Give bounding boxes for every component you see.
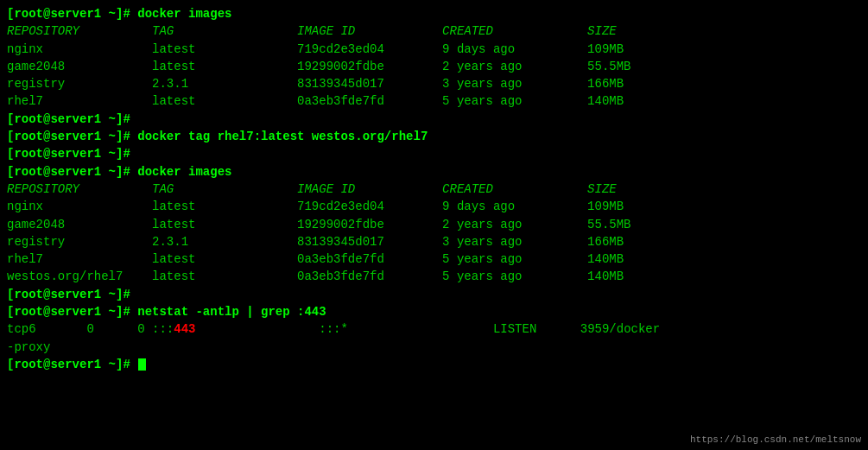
line-1: [root@server1 ~]# docker images bbox=[7, 5, 861, 22]
line-17: [root@server1 ~]# bbox=[7, 286, 861, 303]
line-6: rhel7 latest 0a3eb3fde7fd 5 years ago 14… bbox=[7, 92, 861, 110]
line-5: registry 2.3.1 83139345d017 3 years ago … bbox=[7, 75, 861, 92]
line-18: [root@server1 ~]# netstat -antlp | grep … bbox=[7, 303, 861, 320]
line-2: REPOSITORY TAG IMAGE ID CREATED SIZE bbox=[7, 22, 861, 40]
line-11: REPOSITORY TAG IMAGE ID CREATED SIZE bbox=[7, 181, 861, 198]
line-3: nginx latest 719cd2e3ed04 9 days ago 109… bbox=[7, 41, 861, 58]
watermark: https://blog.csdn.net/meltsnow bbox=[690, 434, 861, 445]
terminal: [root@server1 ~]# docker images REPOSITO… bbox=[0, 0, 868, 450]
line-7: [root@server1 ~]# bbox=[7, 111, 861, 128]
line-13: game2048 latest 19299002fdbe 2 years ago… bbox=[7, 216, 861, 233]
line-19: tcp6 0 0 :::443 :::* LISTEN 3959/docker bbox=[7, 320, 861, 338]
line-8: [root@server1 ~]# docker tag rhel7:lates… bbox=[7, 128, 861, 145]
cursor bbox=[138, 358, 146, 371]
line-15: rhel7 latest 0a3eb3fde7fd 5 years ago 14… bbox=[7, 250, 861, 268]
line-21: [root@server1 ~]# bbox=[7, 356, 861, 373]
line-20: -proxy bbox=[7, 339, 861, 356]
line-9: [root@server1 ~]# bbox=[7, 145, 861, 162]
line-14: registry 2.3.1 83139345d017 3 years ago … bbox=[7, 233, 861, 250]
line-10: [root@server1 ~]# docker images bbox=[7, 163, 861, 181]
line-12: nginx latest 719cd2e3ed04 9 days ago 109… bbox=[7, 198, 861, 215]
line-4: game2048 latest 19299002fdbe 2 years ago… bbox=[7, 58, 861, 75]
line-16: westos.org/rhel7 latest 0a3eb3fde7fd 5 y… bbox=[7, 268, 861, 285]
